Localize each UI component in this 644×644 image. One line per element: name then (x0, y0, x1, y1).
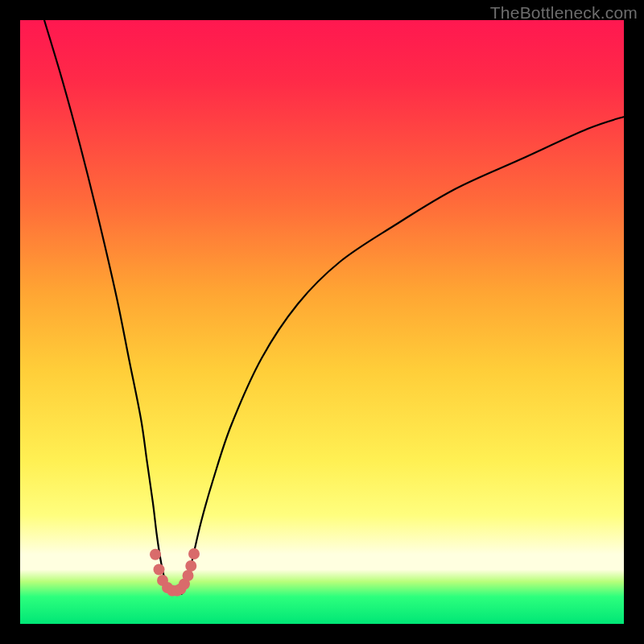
highlight-marker (154, 564, 165, 576)
highlight-marker (150, 549, 161, 560)
bottleneck-curve-path (44, 20, 624, 594)
watermark-text: TheBottleneck.com (490, 3, 638, 23)
highlight-marker (185, 560, 196, 572)
highlight-marker (183, 570, 194, 581)
bottleneck-curve-svg (20, 20, 624, 624)
highlight-markers (150, 548, 200, 597)
highlight-marker (188, 548, 200, 559)
chart-plot-area (20, 20, 624, 624)
